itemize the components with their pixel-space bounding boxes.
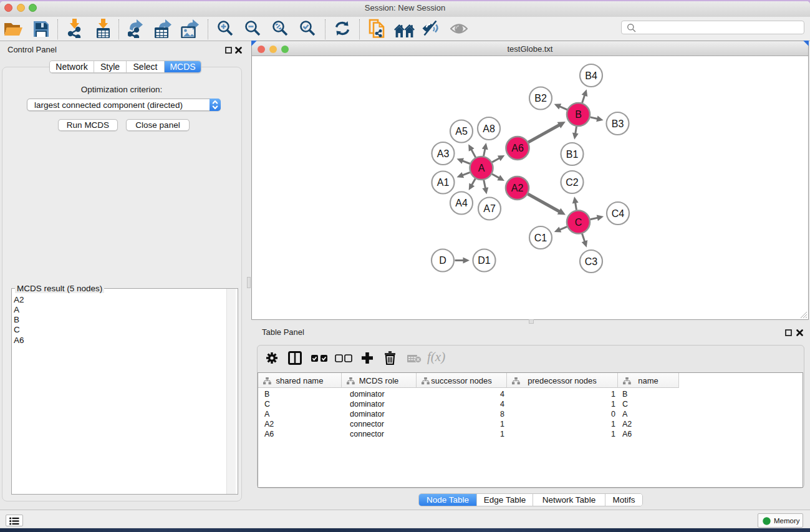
svg-text:A1: A1 [437,177,450,188]
svg-text:A6: A6 [511,143,524,153]
svg-text:A7: A7 [483,203,496,214]
svg-text:B3: B3 [612,118,624,129]
svg-text:A5: A5 [455,126,468,137]
svg-text:A8: A8 [483,123,495,134]
svg-text:C3: C3 [585,256,598,267]
svg-text:C1: C1 [534,233,547,243]
svg-text:A: A [478,163,485,173]
svg-text:D: D [439,255,446,266]
svg-text:D1: D1 [478,255,491,266]
svg-text:B2: B2 [534,93,547,104]
svg-text:A2: A2 [511,183,524,193]
svg-text:A3: A3 [437,148,450,159]
svg-text:C4: C4 [612,208,625,219]
svg-text:C: C [575,217,582,228]
svg-text:B: B [575,109,582,120]
svg-text:B4: B4 [585,70,597,81]
svg-text:A4: A4 [455,198,468,208]
svg-text:B1: B1 [566,149,579,160]
svg-text:C2: C2 [566,177,579,188]
